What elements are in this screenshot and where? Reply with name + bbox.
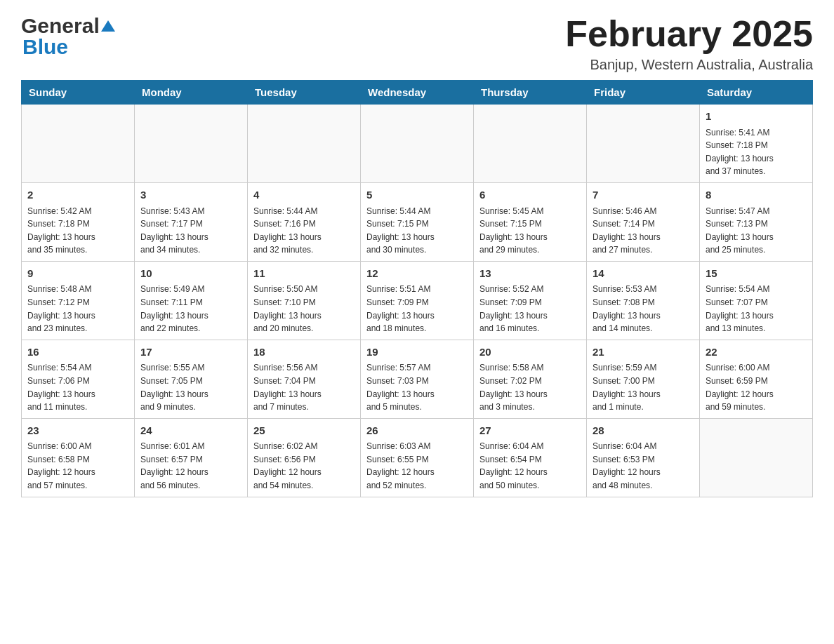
day-number: 8 [706, 187, 807, 203]
day-number: 17 [140, 344, 241, 361]
col-tuesday: Tuesday [248, 81, 361, 105]
table-row: 3Sunrise: 5:43 AM Sunset: 7:17 PM Daylig… [135, 183, 248, 262]
day-info: Sunrise: 5:57 AM Sunset: 7:03 PM Dayligh… [366, 361, 468, 413]
day-number: 23 [27, 423, 128, 439]
day-info: Sunrise: 6:03 AM Sunset: 6:55 PM Dayligh… [366, 440, 468, 492]
table-row: 13Sunrise: 5:52 AM Sunset: 7:09 PM Dayli… [474, 261, 587, 340]
logo-icon [100, 18, 116, 34]
day-number: 25 [253, 423, 355, 439]
day-info: Sunrise: 5:48 AM Sunset: 7:12 PM Dayligh… [27, 283, 128, 335]
table-row [700, 418, 813, 497]
location-subtitle: Banjup, Western Australia, Australia [565, 57, 813, 73]
day-info: Sunrise: 5:54 AM Sunset: 7:06 PM Dayligh… [27, 361, 128, 413]
table-row: 26Sunrise: 6:03 AM Sunset: 6:55 PM Dayli… [361, 418, 474, 497]
table-row [248, 105, 361, 183]
day-number: 28 [593, 423, 694, 439]
day-info: Sunrise: 6:01 AM Sunset: 6:57 PM Dayligh… [140, 440, 241, 492]
day-info: Sunrise: 6:04 AM Sunset: 6:53 PM Dayligh… [593, 440, 694, 492]
logo-general-text: General [21, 14, 100, 38]
table-row: 19Sunrise: 5:57 AM Sunset: 7:03 PM Dayli… [361, 340, 474, 418]
table-row: 16Sunrise: 5:54 AM Sunset: 7:06 PM Dayli… [22, 340, 135, 418]
table-row: 12Sunrise: 5:51 AM Sunset: 7:09 PM Dayli… [361, 261, 474, 340]
table-row [22, 105, 135, 183]
table-row: 1Sunrise: 5:41 AM Sunset: 7:18 PM Daylig… [700, 105, 813, 183]
col-saturday: Saturday [700, 81, 813, 105]
day-number: 22 [706, 344, 807, 361]
day-number: 11 [253, 266, 355, 282]
day-info: Sunrise: 6:02 AM Sunset: 6:56 PM Dayligh… [253, 440, 355, 492]
day-info: Sunrise: 5:50 AM Sunset: 7:10 PM Dayligh… [253, 283, 355, 335]
day-number: 20 [479, 344, 581, 361]
day-number: 3 [140, 187, 241, 203]
table-row: 28Sunrise: 6:04 AM Sunset: 6:53 PM Dayli… [587, 418, 700, 497]
calendar-week-row: 2Sunrise: 5:42 AM Sunset: 7:18 PM Daylig… [22, 183, 813, 262]
day-number: 24 [140, 423, 241, 439]
table-row: 14Sunrise: 5:53 AM Sunset: 7:08 PM Dayli… [587, 261, 700, 340]
table-row: 15Sunrise: 5:54 AM Sunset: 7:07 PM Dayli… [700, 261, 813, 340]
day-info: Sunrise: 5:49 AM Sunset: 7:11 PM Dayligh… [140, 283, 241, 335]
table-row: 9Sunrise: 5:48 AM Sunset: 7:12 PM Daylig… [22, 261, 135, 340]
day-number: 10 [140, 266, 241, 282]
table-row: 8Sunrise: 5:47 AM Sunset: 7:13 PM Daylig… [700, 183, 813, 262]
day-info: Sunrise: 5:58 AM Sunset: 7:02 PM Dayligh… [479, 361, 581, 413]
col-wednesday: Wednesday [361, 81, 474, 105]
calendar-table: Sunday Monday Tuesday Wednesday Thursday… [21, 80, 813, 497]
day-number: 18 [253, 344, 355, 361]
day-info: Sunrise: 5:43 AM Sunset: 7:17 PM Dayligh… [140, 205, 241, 257]
table-row: 22Sunrise: 6:00 AM Sunset: 6:59 PM Dayli… [700, 340, 813, 418]
col-thursday: Thursday [474, 81, 587, 105]
day-number: 6 [479, 187, 581, 203]
day-info: Sunrise: 5:51 AM Sunset: 7:09 PM Dayligh… [366, 283, 468, 335]
day-info: Sunrise: 5:41 AM Sunset: 7:18 PM Dayligh… [706, 126, 807, 178]
day-number: 15 [706, 266, 807, 282]
table-row: 7Sunrise: 5:46 AM Sunset: 7:14 PM Daylig… [587, 183, 700, 262]
table-row: 4Sunrise: 5:44 AM Sunset: 7:16 PM Daylig… [248, 183, 361, 262]
table-row: 2Sunrise: 5:42 AM Sunset: 7:18 PM Daylig… [22, 183, 135, 262]
day-number: 1 [706, 109, 807, 125]
day-number: 13 [479, 266, 581, 282]
day-info: Sunrise: 6:00 AM Sunset: 6:58 PM Dayligh… [27, 440, 128, 492]
table-row [361, 105, 474, 183]
table-row: 11Sunrise: 5:50 AM Sunset: 7:10 PM Dayli… [248, 261, 361, 340]
day-info: Sunrise: 5:45 AM Sunset: 7:15 PM Dayligh… [479, 205, 581, 257]
title-area: February 2025 Banjup, Western Australia,… [565, 14, 813, 73]
day-info: Sunrise: 5:53 AM Sunset: 7:08 PM Dayligh… [593, 283, 694, 335]
col-friday: Friday [587, 81, 700, 105]
table-row: 18Sunrise: 5:56 AM Sunset: 7:04 PM Dayli… [248, 340, 361, 418]
month-title: February 2025 [565, 14, 813, 54]
table-row: 17Sunrise: 5:55 AM Sunset: 7:05 PM Dayli… [135, 340, 248, 418]
day-number: 21 [593, 344, 694, 361]
table-row: 21Sunrise: 5:59 AM Sunset: 7:00 PM Dayli… [587, 340, 700, 418]
logo-blue-text: Blue [22, 35, 68, 59]
day-number: 7 [593, 187, 694, 203]
day-info: Sunrise: 6:04 AM Sunset: 6:54 PM Dayligh… [479, 440, 581, 492]
col-sunday: Sunday [22, 81, 135, 105]
table-row [587, 105, 700, 183]
table-row: 20Sunrise: 5:58 AM Sunset: 7:02 PM Dayli… [474, 340, 587, 418]
day-info: Sunrise: 5:42 AM Sunset: 7:18 PM Dayligh… [27, 205, 128, 257]
table-row: 25Sunrise: 6:02 AM Sunset: 6:56 PM Dayli… [248, 418, 361, 497]
table-row: 6Sunrise: 5:45 AM Sunset: 7:15 PM Daylig… [474, 183, 587, 262]
page-header: General Blue February 2025 Banjup, Weste… [21, 14, 813, 73]
day-number: 19 [366, 344, 468, 361]
table-row: 10Sunrise: 5:49 AM Sunset: 7:11 PM Dayli… [135, 261, 248, 340]
calendar-week-row: 16Sunrise: 5:54 AM Sunset: 7:06 PM Dayli… [22, 340, 813, 418]
day-number: 26 [366, 423, 468, 439]
day-number: 2 [27, 187, 128, 203]
calendar-week-row: 1Sunrise: 5:41 AM Sunset: 7:18 PM Daylig… [22, 105, 813, 183]
day-number: 14 [593, 266, 694, 282]
svg-marker-0 [101, 20, 115, 32]
day-info: Sunrise: 5:54 AM Sunset: 7:07 PM Dayligh… [706, 283, 807, 335]
day-number: 4 [253, 187, 355, 203]
day-info: Sunrise: 6:00 AM Sunset: 6:59 PM Dayligh… [706, 361, 807, 413]
calendar-week-row: 23Sunrise: 6:00 AM Sunset: 6:58 PM Dayli… [22, 418, 813, 497]
day-number: 5 [366, 187, 468, 203]
day-info: Sunrise: 5:44 AM Sunset: 7:16 PM Dayligh… [253, 205, 355, 257]
day-info: Sunrise: 5:59 AM Sunset: 7:00 PM Dayligh… [593, 361, 694, 413]
table-row: 23Sunrise: 6:00 AM Sunset: 6:58 PM Dayli… [22, 418, 135, 497]
day-info: Sunrise: 5:52 AM Sunset: 7:09 PM Dayligh… [479, 283, 581, 335]
day-number: 16 [27, 344, 128, 361]
calendar-week-row: 9Sunrise: 5:48 AM Sunset: 7:12 PM Daylig… [22, 261, 813, 340]
day-number: 27 [479, 423, 581, 439]
day-info: Sunrise: 5:47 AM Sunset: 7:13 PM Dayligh… [706, 205, 807, 257]
